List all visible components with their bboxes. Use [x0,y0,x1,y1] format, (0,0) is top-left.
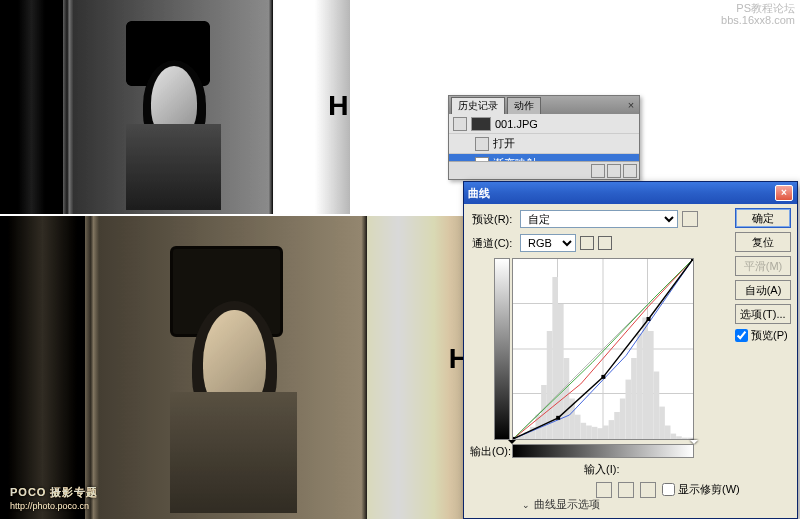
output-gradient [494,258,510,440]
smooth-button: 平滑(M) [735,256,791,276]
svg-rect-23 [609,420,615,439]
options-button[interactable]: 选项(T)... [735,304,791,324]
photo-original: H [0,0,350,214]
preview-checkbox[interactable]: 预览(P) [735,328,791,343]
dialog-title: 曲线 [468,186,490,201]
svg-rect-28 [637,334,643,439]
palette-footer [449,161,639,179]
curve-tool-icon[interactable] [580,236,594,250]
svg-rect-21 [597,428,603,439]
ok-button[interactable]: 确定 [735,208,791,228]
truck-logo-letter: H [328,90,348,122]
svg-rect-22 [603,426,609,440]
watermark-top-right: PS教程论坛 bbs.16xx8.com [721,2,795,26]
photo-processed: H POCO 摄影专题 http://photo.poco.cn [0,216,471,519]
preset-label: 预设(R): [472,212,516,227]
output-label: 输出(O): [470,444,511,459]
svg-rect-27 [631,358,637,439]
svg-rect-42 [647,317,651,321]
svg-rect-25 [620,399,626,440]
svg-rect-33 [665,426,671,440]
svg-rect-29 [642,318,648,440]
svg-rect-18 [581,423,587,439]
svg-rect-35 [676,436,682,439]
auto-button[interactable]: 自动(A) [735,280,791,300]
history-palette[interactable]: 历史记录 动作 × 001.JPG 打开 渐变映射 [448,95,640,180]
preset-menu-icon[interactable] [682,211,698,227]
svg-rect-40 [556,416,560,420]
channel-label: 通道(C): [472,236,516,251]
display-options-toggle[interactable]: ⌄ 曲线显示选项 [522,497,600,512]
reset-button[interactable]: 复位 [735,232,791,252]
history-item-open[interactable]: 打开 [449,134,639,154]
svg-rect-43 [691,259,693,261]
svg-rect-32 [659,407,665,439]
svg-rect-39 [513,437,515,439]
gray-eyedropper-icon[interactable] [618,482,634,498]
chevron-down-icon: ⌄ [522,500,530,510]
svg-rect-36 [682,438,688,439]
svg-rect-24 [614,412,620,439]
svg-rect-41 [601,375,605,379]
brush-icon [453,117,467,131]
black-eyedropper-icon[interactable] [596,482,612,498]
white-eyedropper-icon[interactable] [640,482,656,498]
document-icon [475,137,489,151]
snapshot-thumb [471,117,491,131]
tab-actions[interactable]: 动作 [507,97,541,114]
trash-icon[interactable] [623,164,637,178]
svg-rect-15 [564,358,570,439]
new-doc-icon[interactable] [607,164,621,178]
history-item-label: 打开 [493,136,515,151]
svg-rect-17 [575,415,581,439]
eyedropper-group [596,482,656,498]
input-label: 输入(I): [584,462,619,477]
palette-close-icon[interactable]: × [625,99,637,111]
preset-select[interactable]: 自定 [520,210,678,228]
curves-dialog: 曲线 × 预设(R): 自定 通道(C): RGB 输出(O): [463,181,798,519]
dialog-titlebar[interactable]: 曲线 × [464,182,797,204]
new-snapshot-icon[interactable] [591,164,605,178]
svg-rect-26 [626,380,632,439]
svg-rect-30 [648,331,654,439]
svg-rect-19 [586,426,592,440]
svg-rect-20 [592,427,598,439]
curve-grid[interactable] [512,258,694,440]
svg-rect-37 [687,438,693,439]
svg-rect-31 [654,372,660,440]
history-snapshot[interactable]: 001.JPG [449,114,639,134]
svg-rect-34 [671,434,677,439]
close-icon[interactable]: × [775,185,793,201]
input-gradient [512,444,694,458]
curves-svg[interactable] [513,259,693,439]
show-clipping-checkbox[interactable]: 显示修剪(W) [662,482,740,497]
watermark-bottom-left: POCO 摄影专题 http://photo.poco.cn [10,480,98,511]
svg-rect-13 [552,277,558,439]
channel-select[interactable]: RGB [520,234,576,252]
snapshot-label: 001.JPG [495,118,538,130]
tab-history[interactable]: 历史记录 [451,97,505,114]
pencil-tool-icon[interactable] [598,236,612,250]
